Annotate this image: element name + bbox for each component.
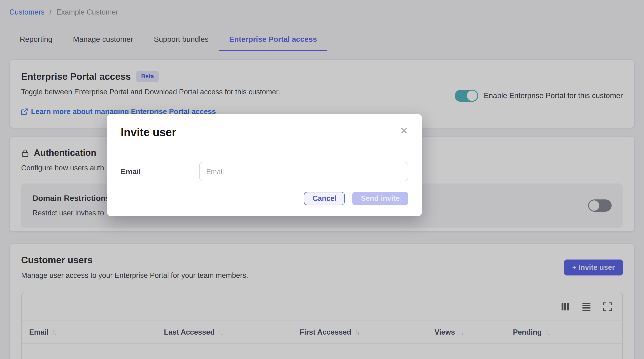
enterprise-portal-page: Customers / Example Customer Reporting M… bbox=[0, 0, 644, 359]
email-label: Email bbox=[121, 167, 199, 176]
email-input[interactable] bbox=[199, 162, 408, 181]
close-icon[interactable]: ✕ bbox=[400, 126, 408, 136]
send-invite-button[interactable]: Send invite bbox=[352, 192, 408, 205]
cancel-button[interactable]: Cancel bbox=[304, 192, 345, 205]
invite-user-modal: Invite user ✕ Email Cancel Send invite bbox=[107, 114, 422, 216]
modal-title: Invite user bbox=[121, 126, 176, 138]
